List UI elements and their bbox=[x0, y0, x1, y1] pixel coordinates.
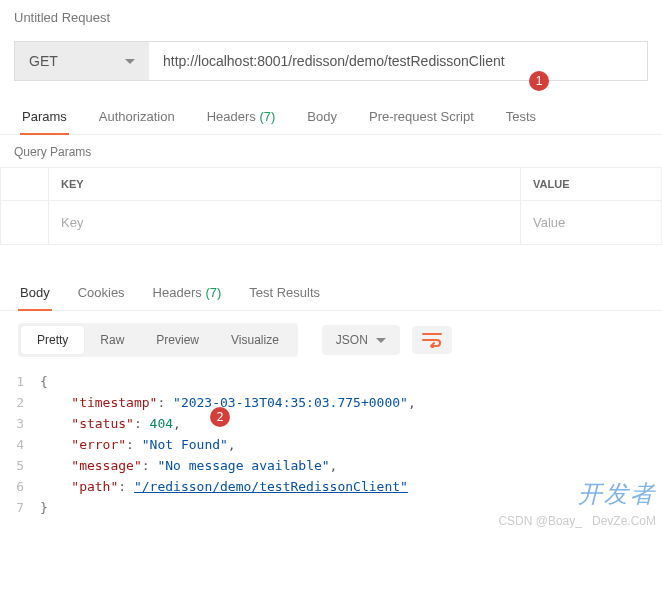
tab-headers-label: Headers bbox=[207, 109, 256, 124]
table-row: Key Value bbox=[1, 201, 661, 244]
tab-authorization[interactable]: Authorization bbox=[97, 99, 177, 134]
line-number: 6 bbox=[0, 476, 40, 497]
line-number: 4 bbox=[0, 434, 40, 455]
request-tabs: Params Authorization Headers (7) Body Pr… bbox=[0, 99, 662, 135]
key-input[interactable]: Key bbox=[49, 201, 521, 244]
method-label: GET bbox=[29, 53, 58, 69]
response-body-code: 1{ 2 "timestamp": "2023-03-13T04:35:03.7… bbox=[0, 367, 662, 528]
tab-body[interactable]: Body bbox=[305, 99, 339, 134]
tab-params[interactable]: Params bbox=[20, 99, 69, 134]
response-tabs: Body Cookies Headers (7) Test Results bbox=[0, 275, 662, 311]
request-row: GET 1 bbox=[14, 41, 648, 81]
url-input[interactable] bbox=[149, 41, 648, 81]
checkbox-column bbox=[1, 168, 49, 200]
tab-prerequest[interactable]: Pre-request Script bbox=[367, 99, 476, 134]
view-preview[interactable]: Preview bbox=[140, 326, 215, 354]
chevron-down-icon bbox=[376, 338, 386, 343]
view-pretty[interactable]: Pretty bbox=[21, 326, 84, 354]
resp-headers-count: (7) bbox=[205, 285, 221, 300]
view-mode-tabs: Pretty Raw Preview Visualize bbox=[18, 323, 298, 357]
wrap-lines-icon bbox=[422, 332, 442, 348]
format-dropdown[interactable]: JSON bbox=[322, 325, 400, 355]
format-label: JSON bbox=[336, 333, 368, 347]
view-raw[interactable]: Raw bbox=[84, 326, 140, 354]
chevron-down-icon bbox=[125, 59, 135, 64]
resp-tab-headers[interactable]: Headers (7) bbox=[151, 275, 224, 310]
resp-tab-body[interactable]: Body bbox=[18, 275, 52, 310]
tab-headers-count: (7) bbox=[259, 109, 275, 124]
request-title: Untitled Request bbox=[0, 0, 662, 33]
table-header: KEY VALUE bbox=[1, 168, 661, 201]
tab-tests[interactable]: Tests bbox=[504, 99, 538, 134]
value-input[interactable]: Value bbox=[521, 201, 661, 244]
tab-headers[interactable]: Headers (7) bbox=[205, 99, 278, 134]
annotation-badge-2: 2 bbox=[210, 407, 230, 427]
line-number: 1 bbox=[0, 371, 40, 392]
line-number: 7 bbox=[0, 497, 40, 518]
line-number: 2 bbox=[0, 392, 40, 413]
query-params-title: Query Params bbox=[0, 135, 662, 167]
resp-tab-test-results[interactable]: Test Results bbox=[247, 275, 322, 310]
resp-headers-label: Headers bbox=[153, 285, 202, 300]
annotation-badge-1: 1 bbox=[529, 71, 549, 91]
line-number: 5 bbox=[0, 455, 40, 476]
url-wrapper: 1 bbox=[149, 41, 648, 81]
row-checkbox[interactable] bbox=[1, 201, 49, 244]
value-header: VALUE bbox=[521, 168, 661, 200]
query-params-table: KEY VALUE Key Value bbox=[0, 167, 662, 245]
wrap-button[interactable] bbox=[412, 326, 452, 354]
method-dropdown[interactable]: GET bbox=[14, 41, 149, 81]
view-bar: Pretty Raw Preview Visualize JSON bbox=[0, 311, 662, 367]
resp-tab-cookies[interactable]: Cookies bbox=[76, 275, 127, 310]
line-number: 3 bbox=[0, 413, 40, 434]
key-header: KEY bbox=[49, 168, 521, 200]
view-visualize[interactable]: Visualize bbox=[215, 326, 295, 354]
